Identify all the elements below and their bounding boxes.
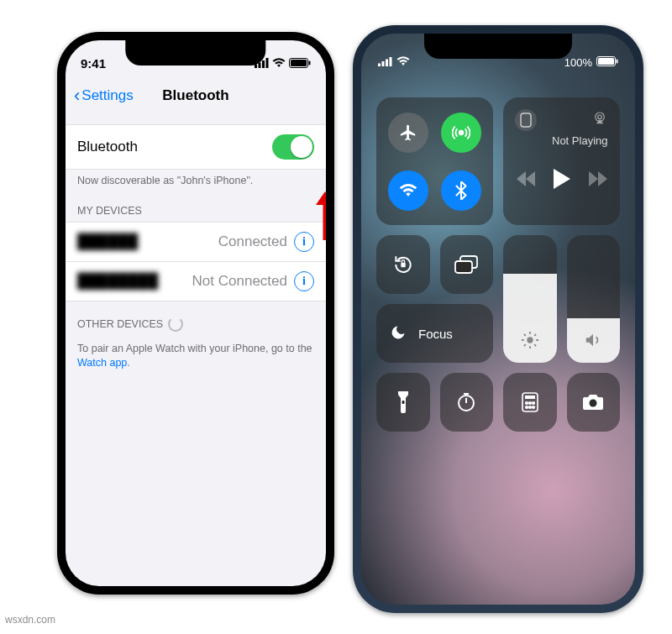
svg-rect-5 <box>291 60 307 66</box>
chevron-left-icon: ‹ <box>74 86 80 105</box>
audio-device-icon <box>515 109 537 131</box>
device-name: ██████ <box>77 233 138 250</box>
brightness-slider[interactable] <box>503 235 557 363</box>
svg-rect-11 <box>386 59 388 66</box>
svg-rect-15 <box>617 59 618 63</box>
red-arrow-annotation <box>312 191 326 245</box>
calculator-button[interactable] <box>503 373 557 432</box>
info-icon[interactable]: i <box>294 271 314 291</box>
wifi-icon <box>272 56 286 71</box>
svg-point-41 <box>525 406 528 409</box>
battery-text: 100% <box>564 56 592 69</box>
media-controls <box>513 169 610 192</box>
svg-rect-37 <box>525 396 535 399</box>
svg-line-31 <box>534 334 536 336</box>
watermark: wsxdn.com <box>5 614 55 626</box>
nav-title: Bluetooth <box>162 87 228 104</box>
other-devices-header: OTHER DEVICES <box>66 301 326 337</box>
volume-slider[interactable] <box>567 235 621 363</box>
watch-app-link[interactable]: Watch app <box>77 357 127 369</box>
flashlight-button[interactable] <box>376 373 430 432</box>
back-button[interactable]: ‹ Settings <box>74 77 134 114</box>
notch <box>125 40 265 65</box>
wifi-icon <box>396 56 410 69</box>
iphone-right-frame: 100% <box>353 25 643 613</box>
moon-icon <box>390 324 407 343</box>
timer-button[interactable] <box>440 373 494 432</box>
svg-point-18 <box>598 115 602 119</box>
control-center-screen: 100% <box>361 34 635 605</box>
device-status: Not Connected <box>192 273 287 290</box>
back-label: Settings <box>81 87 133 104</box>
svg-line-29 <box>534 344 536 346</box>
prev-track-button[interactable] <box>517 171 535 190</box>
iphone-left-frame: 9:41 ‹ Settings Bluetooth Blu <box>57 32 334 595</box>
screen-mirroring-button[interactable] <box>440 235 494 294</box>
camera-button[interactable] <box>567 373 621 432</box>
svg-point-23 <box>527 337 533 343</box>
device-status: Connected <box>218 233 287 250</box>
svg-rect-9 <box>378 63 381 66</box>
bluetooth-button[interactable] <box>441 170 481 211</box>
svg-line-30 <box>524 344 526 346</box>
device-row[interactable]: ██████ Connected i <box>66 222 326 262</box>
svg-rect-20 <box>401 263 405 267</box>
airplay-icon[interactable] <box>591 109 608 126</box>
settings-bluetooth-screen: 9:41 ‹ Settings Bluetooth Blu <box>66 40 326 586</box>
bluetooth-label: Bluetooth <box>77 139 138 155</box>
next-track-button[interactable] <box>589 171 607 190</box>
notch <box>424 34 572 59</box>
svg-point-42 <box>528 406 531 409</box>
nav-bar: ‹ Settings Bluetooth <box>66 77 326 114</box>
svg-point-39 <box>528 402 531 405</box>
battery-icon <box>289 56 311 71</box>
info-icon[interactable]: i <box>294 232 314 252</box>
svg-marker-8 <box>316 191 326 205</box>
focus-label: Focus <box>418 327 453 341</box>
svg-rect-14 <box>598 58 614 65</box>
svg-point-40 <box>532 402 534 405</box>
media-panel[interactable]: Not Playing <box>503 97 620 225</box>
svg-rect-10 <box>382 61 385 66</box>
svg-point-38 <box>525 402 528 405</box>
cellular-data-button[interactable] <box>441 113 481 153</box>
svg-line-28 <box>524 334 526 336</box>
now-playing-title: Not Playing <box>513 131 607 147</box>
bluetooth-toggle[interactable] <box>272 134 314 160</box>
connectivity-panel[interactable] <box>376 97 493 225</box>
wifi-button[interactable] <box>388 170 428 211</box>
svg-rect-2 <box>262 60 265 68</box>
play-button[interactable] <box>554 169 570 192</box>
svg-rect-12 <box>390 57 392 66</box>
battery-icon <box>596 56 618 69</box>
signal-icon <box>378 56 392 69</box>
discoverable-text: Now discoverable as "John's iPhone". <box>66 170 326 190</box>
spinner-icon <box>168 317 183 332</box>
svg-point-44 <box>590 400 597 407</box>
status-time: 9:41 <box>81 56 106 71</box>
svg-point-43 <box>532 406 534 409</box>
svg-rect-3 <box>266 58 269 68</box>
svg-rect-22 <box>455 261 472 273</box>
brightness-icon <box>503 331 557 353</box>
device-row[interactable]: ████████ Not Connected i <box>66 262 326 301</box>
focus-button[interactable]: Focus <box>376 304 493 363</box>
my-devices-header: MY DEVICES <box>66 190 326 222</box>
airplane-mode-button[interactable] <box>388 113 428 153</box>
bluetooth-toggle-row[interactable]: Bluetooth <box>66 124 326 170</box>
watch-pairing-hint: To pair an Apple Watch with your iPhone,… <box>66 337 326 375</box>
volume-icon <box>567 331 621 353</box>
svg-rect-6 <box>309 60 311 65</box>
svg-rect-17 <box>521 113 531 127</box>
control-center-grid: Not Playing <box>376 97 620 432</box>
svg-rect-32 <box>402 401 404 404</box>
device-name: ████████ <box>77 273 158 290</box>
svg-point-16 <box>459 130 463 134</box>
orientation-lock-button[interactable] <box>376 235 430 294</box>
